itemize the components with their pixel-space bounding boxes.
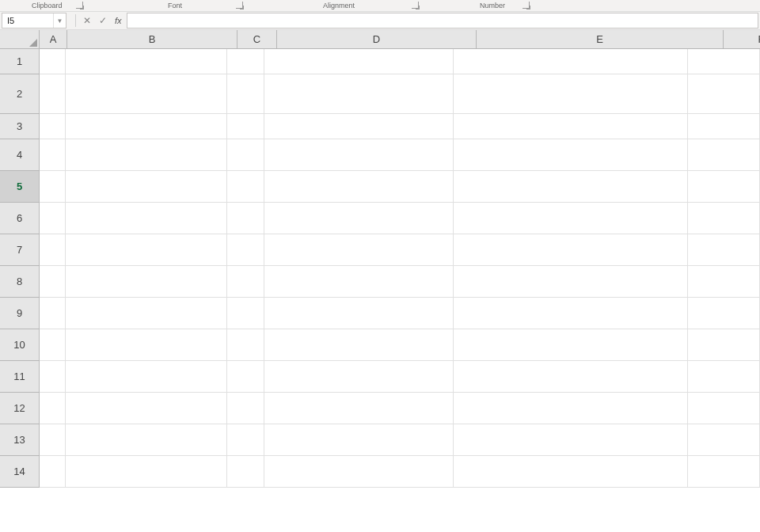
cell[interactable] <box>454 424 688 456</box>
row-header-5[interactable]: 5 <box>0 171 40 203</box>
cell[interactable] <box>454 203 688 234</box>
col-header-B[interactable]: B <box>67 30 238 49</box>
col-header-F[interactable]: F <box>724 30 760 49</box>
cell[interactable] <box>66 266 227 298</box>
row-header-7[interactable]: 7 <box>0 234 40 266</box>
enter-icon[interactable]: ✓ <box>96 13 110 28</box>
cell[interactable] <box>264 456 454 488</box>
cell[interactable] <box>688 424 760 456</box>
cell[interactable] <box>40 74 66 114</box>
cell[interactable] <box>264 393 454 424</box>
cell[interactable] <box>454 393 688 424</box>
cell[interactable] <box>66 361 227 393</box>
row-header-2[interactable]: 2 <box>0 74 40 114</box>
cell[interactable] <box>227 456 264 488</box>
select-all-corner[interactable] <box>0 30 40 49</box>
row-header-13[interactable]: 13 <box>0 424 40 456</box>
cell[interactable] <box>264 49 454 74</box>
row-header-11[interactable]: 11 <box>0 361 40 393</box>
cell[interactable] <box>688 203 760 234</box>
cell[interactable] <box>40 234 66 266</box>
cell[interactable] <box>227 234 264 266</box>
cell[interactable] <box>227 49 264 74</box>
cell[interactable] <box>264 424 454 456</box>
cell[interactable] <box>227 139 264 171</box>
cell[interactable] <box>688 266 760 298</box>
cell[interactable] <box>227 424 264 456</box>
formula-input[interactable] <box>127 13 758 28</box>
cell[interactable] <box>40 424 66 456</box>
row-header-12[interactable]: 12 <box>0 393 40 424</box>
cell[interactable] <box>264 266 454 298</box>
cell[interactable] <box>227 203 264 234</box>
cell[interactable] <box>40 49 66 74</box>
cell[interactable] <box>264 298 454 329</box>
col-header-C[interactable]: C <box>238 30 277 49</box>
cell[interactable] <box>40 139 66 171</box>
row-header-6[interactable]: 6 <box>0 203 40 234</box>
cell[interactable] <box>454 298 688 329</box>
cell[interactable] <box>454 114 688 139</box>
cell[interactable] <box>227 329 264 361</box>
cell[interactable] <box>688 361 760 393</box>
cell[interactable] <box>454 329 688 361</box>
cell[interactable] <box>66 424 227 456</box>
launcher-number[interactable] <box>522 2 530 9</box>
cell[interactable] <box>40 171 66 203</box>
row-header-9[interactable]: 9 <box>0 298 40 329</box>
cell[interactable] <box>66 49 227 74</box>
cell[interactable] <box>688 329 760 361</box>
cancel-icon[interactable]: ✕ <box>80 13 94 28</box>
cell[interactable] <box>227 114 264 139</box>
name-box-dropdown[interactable]: ▼ <box>53 13 66 28</box>
row-header-1[interactable]: 1 <box>0 49 40 74</box>
cell[interactable] <box>264 171 454 203</box>
cell[interactable] <box>688 74 760 114</box>
col-header-A[interactable]: A <box>40 30 67 49</box>
cell[interactable] <box>227 298 264 329</box>
cell[interactable] <box>66 114 227 139</box>
cell[interactable] <box>40 456 66 488</box>
cell[interactable] <box>66 298 227 329</box>
cell[interactable] <box>227 393 264 424</box>
cell[interactable] <box>66 203 227 234</box>
row-header-3[interactable]: 3 <box>0 114 40 139</box>
cell-area[interactable]: SMALL Function - FPT Shop Dates 5-Aug-20… <box>40 49 760 532</box>
row-header-4[interactable]: 4 <box>0 139 40 171</box>
cell[interactable] <box>454 361 688 393</box>
cell[interactable] <box>688 298 760 329</box>
cell[interactable] <box>40 329 66 361</box>
cell[interactable] <box>454 171 688 203</box>
col-header-D[interactable]: D <box>277 30 477 49</box>
col-header-E[interactable]: E <box>477 30 724 49</box>
row-header-8[interactable]: 8 <box>0 266 40 298</box>
cell[interactable] <box>66 329 227 361</box>
cell[interactable] <box>40 114 66 139</box>
cell[interactable] <box>40 298 66 329</box>
cell[interactable] <box>264 74 454 114</box>
cell[interactable] <box>66 456 227 488</box>
cell[interactable] <box>66 393 227 424</box>
launcher-alignment[interactable] <box>412 2 419 9</box>
cell[interactable] <box>227 171 264 203</box>
cell[interactable] <box>264 139 454 171</box>
cell[interactable] <box>40 266 66 298</box>
cell[interactable] <box>454 266 688 298</box>
cell[interactable] <box>454 74 688 114</box>
launcher-font[interactable] <box>236 2 243 9</box>
cell[interactable] <box>688 49 760 74</box>
cell[interactable] <box>40 203 66 234</box>
cell[interactable] <box>454 139 688 171</box>
cell[interactable] <box>40 361 66 393</box>
cell[interactable] <box>227 266 264 298</box>
cell[interactable] <box>454 234 688 266</box>
cell[interactable] <box>454 456 688 488</box>
name-box[interactable]: I5 ▼ <box>2 13 66 28</box>
cell[interactable] <box>688 171 760 203</box>
cell[interactable] <box>66 171 227 203</box>
cell[interactable] <box>66 139 227 171</box>
cell[interactable] <box>688 456 760 488</box>
cell[interactable] <box>688 114 760 139</box>
cell[interactable] <box>264 329 454 361</box>
cell[interactable] <box>40 393 66 424</box>
